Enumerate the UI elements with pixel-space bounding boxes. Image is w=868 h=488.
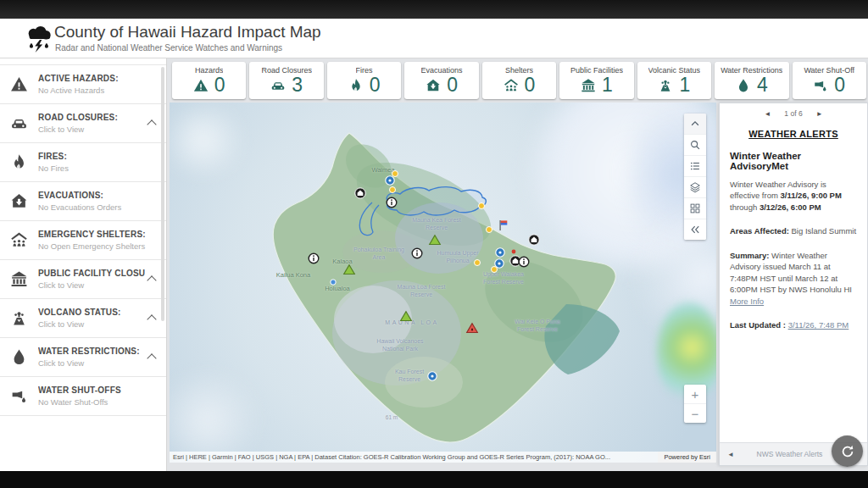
sidebar-item-subtitle: No Water Shut-Offs [38, 397, 159, 407]
stat-card-water-shut-off[interactable]: Water Shut-Off0 [793, 62, 866, 99]
yellow-dot-marker[interactable] [486, 226, 493, 234]
sidebar-item-subtitle: No Active Hazards [38, 86, 159, 95]
chevron-up-icon[interactable] [147, 353, 156, 363]
bottom-black-bar [0, 471, 868, 488]
sidebar-item-volcano-status[interactable]: VOLCANO STATUS:Click to View [0, 299, 166, 338]
stat-card-volcanic-status[interactable]: Volcanic Status1 [637, 62, 711, 99]
stat-card-label: Road Closures [261, 66, 312, 75]
info-circle-marker[interactable] [386, 197, 398, 208]
tab-prev-icon[interactable]: ◄ [727, 451, 734, 458]
map-label: Waimea [359, 166, 408, 174]
pagination-next-icon[interactable]: ► [816, 110, 823, 118]
stat-card-road-closures[interactable]: Road Closures3 [249, 62, 323, 99]
chevron-up-icon[interactable] [684, 114, 706, 135]
areas-affected-text: Areas Affected: Big Island Summit [730, 225, 857, 236]
stat-card-fires[interactable]: Fires0 [327, 62, 401, 99]
legend-icon[interactable] [684, 156, 706, 177]
alert-title: Winter Weather AdvisoryMet [730, 151, 857, 171]
sidebar-item-water-shut-offs[interactable]: WATER SHUT-OFFSNo Water Shut-Offs [0, 377, 166, 416]
stat-card-value: 0 [525, 75, 536, 95]
stat-card-value: 0 [834, 75, 845, 95]
green-triangle-marker[interactable] [400, 311, 413, 322]
stat-cards-row: Hazards0Road Closures3Fires0Evacuations0… [172, 62, 866, 99]
stat-card-hazards[interactable]: Hazards0 [172, 62, 246, 99]
blue-badge-marker[interactable] [495, 247, 505, 258]
hawaii-island [170, 103, 716, 463]
sidebar-item-public-facility-closur[interactable]: PUBLIC FACILITY CLOSUR...Click to View [0, 260, 166, 299]
refresh-button[interactable] [832, 435, 863, 467]
areas-affected-label: Areas Affected: [730, 226, 789, 236]
alert-effective-text: Winter Weather Advisory is effective fro… [730, 179, 857, 213]
green-triangle-marker[interactable] [429, 235, 442, 246]
weather-alerts-heading: WEATHER ALERTS [720, 129, 867, 139]
red-triangle-marker[interactable] [466, 323, 479, 334]
yellow-dot-marker[interactable] [474, 259, 481, 267]
map-label: 61 m [379, 414, 404, 421]
layers-icon[interactable] [684, 177, 706, 198]
stat-card-value: 0 [370, 75, 381, 95]
sidebar-item-emergency-shelters[interactable]: EMERGENCY SHELTERS:No Open Emergency She… [0, 221, 166, 260]
sidebar-item-subtitle: No Evacuations Orders [38, 202, 159, 212]
sidebar-item-title: ROAD CLOSURES: [38, 113, 145, 122]
alert-pagination: ◄ 1 of 6 ► [720, 109, 867, 118]
yellow-dot-marker[interactable] [392, 170, 399, 178]
black-circle-marker[interactable] [528, 234, 540, 246]
flag-marker[interactable] [499, 219, 509, 231]
info-circle-marker[interactable] [308, 252, 320, 264]
sidebar-item-water-restrictions[interactable]: WATER RESTRICTIONS:Click to View [0, 338, 166, 377]
sidebar-item-subtitle: Click to View [38, 280, 145, 290]
chevron-up-icon[interactable] [147, 275, 156, 285]
more-info-link[interactable]: More Info [730, 297, 764, 306]
green-triangle-marker[interactable] [343, 264, 356, 275]
map-zoom-control: + − [684, 385, 706, 423]
bank-icon [581, 78, 596, 93]
red-dot-marker[interactable] [511, 249, 516, 254]
dashboard-body: ACTIVE HAZARDS:No Active HazardsROAD CLO… [0, 58, 868, 471]
yellow-dot-marker[interactable] [389, 186, 397, 194]
sidebar-item-subtitle: Click to View [38, 358, 145, 368]
chevron-up-icon[interactable] [147, 119, 156, 129]
map-label: Upper Waiakea Forest Reserve [477, 271, 530, 286]
blue-dot-marker[interactable] [330, 279, 337, 286]
water-shutoff-icon [10, 387, 31, 405]
stat-card-public-facilities[interactable]: Public Facilities1 [559, 62, 633, 99]
alert-effective-mid: through [730, 202, 760, 212]
shelter-icon [10, 231, 31, 249]
sidebar-item-subtitle: Click to View [38, 125, 145, 134]
info-circle-marker[interactable] [518, 256, 530, 268]
water-drop-icon [736, 78, 751, 93]
areas-affected-value: Big Island Summit [789, 226, 856, 236]
last-updated-text: Last Updated : 3/11/26, 7:48 PM [730, 319, 857, 330]
search-icon[interactable] [684, 135, 706, 156]
zoom-out-button[interactable]: − [684, 403, 706, 423]
sidebar-item-active-hazards[interactable]: ACTIVE HAZARDS:No Active Hazards [0, 65, 166, 104]
pagination-prev-icon[interactable]: ◄ [764, 110, 771, 118]
stat-card-water-restrictions[interactable]: Water Restrictions4 [715, 62, 788, 99]
storm-icon [22, 25, 54, 53]
sidebar-item-fires[interactable]: FIRES:No Fires [0, 143, 166, 182]
sidebar-item-road-closures[interactable]: ROAD CLOSURES:Click to View [0, 104, 166, 143]
sidebar-item-evacuations[interactable]: EVACUATIONS:No Evacuations Orders [0, 182, 166, 221]
alert-start-time: 3/11/26, 9:00 PM [781, 191, 842, 200]
summary-label: Summary: [730, 251, 769, 260]
stat-card-shelters[interactable]: Shelters0 [482, 62, 556, 99]
blue-badge-marker[interactable] [427, 371, 437, 381]
car-icon [10, 114, 31, 132]
yellow-dot-marker[interactable] [478, 202, 486, 210]
chevron-up-icon[interactable] [147, 314, 156, 324]
stat-card-evacuations[interactable]: Evacuations0 [404, 62, 478, 99]
map-label: Pohakuloa Training Area [353, 247, 405, 262]
collapse-left-icon[interactable] [684, 219, 706, 240]
basemap-icon[interactable] [684, 198, 706, 219]
zoom-in-button[interactable]: + [684, 385, 706, 403]
black-circle-marker[interactable] [354, 187, 366, 199]
warning-triangle-icon [10, 75, 31, 93]
water-drop-icon [10, 348, 31, 366]
stat-card-value: 0 [447, 75, 458, 95]
info-circle-marker[interactable] [411, 247, 423, 259]
last-updated-link[interactable]: 3/11/26, 7:48 PM [788, 320, 849, 330]
sidebar-scrollbar[interactable] [161, 67, 164, 321]
yellow-dot-marker[interactable] [491, 266, 498, 274]
top-black-bar [0, 0, 868, 19]
map-canvas[interactable]: WaimeaMauna Kea Forest ReserveHumuula Up… [170, 103, 716, 463]
